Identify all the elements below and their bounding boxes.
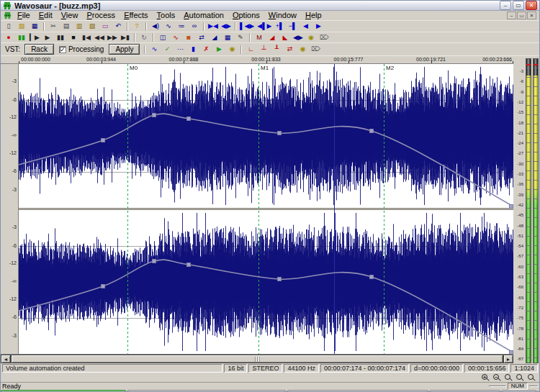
zoom-selection-button[interactable] [515, 373, 525, 382]
processing-checkbox[interactable]: ✓ [59, 46, 66, 53]
minimize-button[interactable]: – [500, 1, 511, 10]
loop-start-icon[interactable]: ∟ [245, 45, 256, 54]
lock-icon[interactable]: ◉ [226, 45, 238, 54]
marker-del-icon[interactable]: ◣ [279, 33, 291, 42]
stretch-icon[interactable]: ⇄ [196, 33, 207, 42]
play-cursor-icon[interactable]: ▎▶ [29, 33, 40, 42]
lock-icon[interactable]: ◉ [305, 33, 317, 42]
envelope-handle[interactable] [187, 263, 191, 267]
grid-icon[interactable]: ▦ [222, 33, 233, 42]
menu-help[interactable]: Help [301, 11, 326, 20]
vst-rack-button[interactable]: Rack [24, 44, 54, 55]
processing-checkbox-wrap[interactable]: ✓ Processing [59, 45, 104, 53]
scroll-left-button[interactable]: ◄ [1, 355, 11, 363]
points-icon[interactable]: ··· [174, 45, 186, 54]
taskbar-button[interactable] [287, 390, 428, 391]
paste-new-icon[interactable]: ▧ [86, 22, 98, 31]
open-file-icon[interactable]: ▨ [16, 22, 27, 31]
loop-tool-icon[interactable]: ∿ [170, 33, 181, 42]
envelope-handle[interactable] [510, 205, 513, 209]
zoom-100-button[interactable] [503, 373, 513, 382]
trash-icon[interactable]: ⌦ [318, 33, 330, 42]
process-file-icon[interactable]: ◫ [157, 33, 168, 42]
volume-envelope-left[interactable] [19, 64, 513, 208]
mdi-minimize-button[interactable]: – [507, 12, 516, 19]
menu-options[interactable]: Options [228, 11, 264, 20]
mdi-close-button[interactable]: ✕ [527, 12, 536, 19]
envelope-handle[interactable] [102, 139, 105, 142]
cut-icon[interactable]: ✂ [48, 22, 59, 31]
envelope-handle[interactable] [102, 285, 105, 288]
next-view-icon[interactable]: ▶ [312, 22, 324, 31]
envelope-handle[interactable] [187, 117, 191, 121]
envelope-handle[interactable] [370, 275, 374, 279]
pause-icon[interactable]: ▮▮ [55, 33, 66, 42]
levels-icon[interactable]: ≔ [176, 22, 187, 31]
forward-icon[interactable]: ▶▶ [107, 33, 118, 42]
menu-file[interactable]: File [13, 11, 35, 20]
trim-icon[interactable]: ▭ [99, 22, 111, 31]
horizontal-scrollbar[interactable]: ◄ ► [1, 354, 513, 363]
zoom-v-out-icon[interactable]: −▌ [287, 22, 298, 31]
audio-device-icon[interactable]: ◀) [150, 22, 161, 31]
envelope-handle[interactable] [153, 114, 156, 117]
play-box-icon[interactable]: ▶ [213, 45, 225, 54]
link-icon[interactable]: ∞ [189, 22, 200, 31]
restore-button[interactable]: ▭ [513, 1, 524, 10]
rewind-icon[interactable]: ◀◀ [94, 33, 105, 42]
save-file-icon[interactable]: ▦ [29, 22, 40, 31]
envelope-icon[interactable]: ∿ [148, 45, 160, 54]
marker-icon[interactable]: M [253, 33, 265, 42]
marker-add-icon[interactable]: ◢ [266, 33, 278, 42]
taskbar-button[interactable] [502, 390, 536, 391]
record-icon[interactable]: ● [3, 33, 14, 42]
replace-icon[interactable]: ◙ [183, 33, 194, 42]
marker-down-icon[interactable]: ┸ [271, 45, 282, 54]
clear-icon[interactable]: ✗ [200, 45, 212, 54]
left-channel[interactable] [19, 64, 513, 208]
taskbar-button[interactable] [430, 390, 500, 391]
undo-icon[interactable]: ↶ [112, 22, 124, 31]
go-end-icon[interactable]: ▶▮ [120, 33, 131, 42]
menu-process[interactable]: Process [82, 11, 120, 20]
envelope-curve[interactable] [19, 260, 513, 352]
zoom-all-button[interactable] [526, 373, 536, 382]
scrollbar-thumb[interactable] [11, 355, 503, 363]
mdi-restore-button[interactable]: ▭ [517, 12, 526, 19]
prev-view-icon[interactable]: ◀ [300, 22, 311, 31]
trash-icon[interactable]: ⌦ [310, 45, 321, 54]
zoom-all-icon[interactable]: ◀▌▶ [256, 22, 272, 31]
transport-markers-icon[interactable]: ⇄ [284, 45, 295, 54]
menu-tools[interactable]: Tools [153, 11, 180, 20]
marker-down-left-icon[interactable]: ┴ [258, 45, 269, 54]
envelope-handle[interactable] [278, 278, 282, 281]
envelope-curve[interactable] [19, 114, 513, 206]
close-button[interactable]: ✕ [526, 1, 537, 10]
point-icon[interactable]: ▮ [187, 45, 199, 54]
menu-edit[interactable]: Edit [35, 11, 57, 20]
taskbar-button[interactable] [127, 390, 286, 391]
paste-icon[interactable]: ▥ [73, 22, 85, 31]
pause-loop-icon[interactable]: ▮▮ [16, 33, 27, 42]
zoom-h-in-icon[interactable]: ▶◀ [207, 22, 219, 31]
fade-icon[interactable]: ◢ [209, 33, 220, 42]
taskbar-start-button[interactable] [1, 390, 126, 391]
zoom-selection-icon[interactable]: ▌◀▶ [239, 22, 255, 31]
markers-all-icon[interactable]: ◀▶ [292, 33, 304, 42]
interpolate-icon[interactable]: ∿ [163, 22, 174, 31]
menu-effects[interactable]: Effects [120, 11, 152, 20]
envelope-handle[interactable] [510, 351, 513, 355]
stop-icon[interactable]: ■ [68, 33, 79, 42]
zoom-out-button[interactable]: − [492, 373, 502, 382]
copy-icon[interactable]: ▤ [60, 22, 72, 31]
help-icon[interactable]: ? [131, 22, 143, 31]
pencil-icon[interactable]: ✎ [235, 33, 246, 42]
vst-apply-button[interactable]: Apply [109, 44, 140, 55]
volume-envelope-right[interactable] [19, 210, 513, 354]
validate-icon[interactable]: ✓ [161, 45, 173, 54]
lock2-icon[interactable]: ◉ [297, 45, 308, 54]
play-icon[interactable]: ▶ [42, 33, 53, 42]
menu-view[interactable]: View [57, 11, 83, 20]
loop-icon[interactable]: ↻ [138, 33, 150, 42]
title-bar[interactable]: Wavosaur - [buzz.mp3] – ▭ ✕ [1, 1, 539, 11]
